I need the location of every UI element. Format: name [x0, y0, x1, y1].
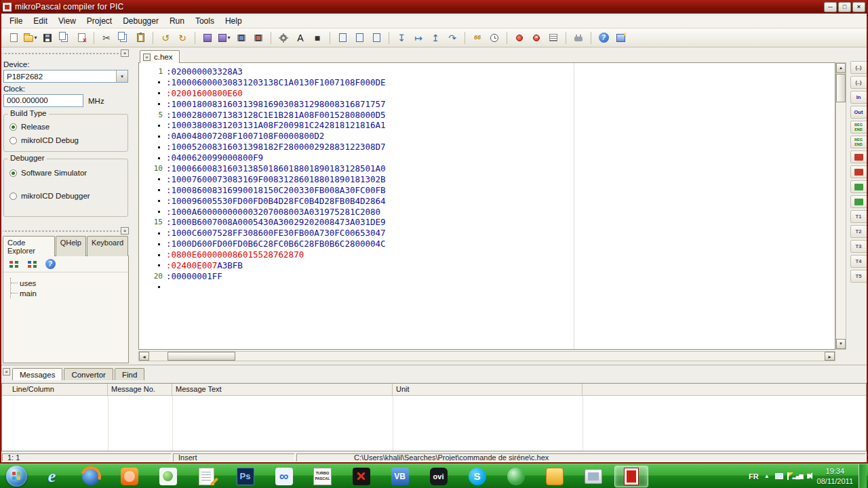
snippet-t5[interactable]: T5: [850, 270, 867, 283]
scroll-up-icon[interactable]: ▲: [836, 63, 846, 73]
panel-close-icon[interactable]: ×: [121, 227, 129, 235]
clear-breakpoints-button[interactable]: [528, 30, 545, 45]
explorer-collapse-button[interactable]: [26, 258, 38, 270]
taskbar-ovi-suite[interactable]: ovi: [419, 464, 458, 488]
tray-expand-icon[interactable]: ▲: [764, 473, 770, 479]
menu-run[interactable]: Run: [164, 14, 190, 28]
clock-input[interactable]: 000.000000: [3, 94, 83, 107]
snippet-t3[interactable]: T3: [850, 240, 867, 253]
tray-display-icon[interactable]: [775, 473, 783, 479]
open-file-button[interactable]: ▾: [22, 30, 39, 45]
tree-item-uses[interactable]: uses: [11, 278, 128, 288]
taskbar-mikropascal[interactable]: [614, 466, 648, 487]
clock[interactable]: 19:34 08/11/2011: [817, 466, 853, 487]
export-button[interactable]: [368, 30, 384, 45]
tab-code-explorer[interactable]: Code Explorer: [3, 236, 55, 256]
radio-option-mikroicd-debugger[interactable]: mikroICD Debugger: [9, 192, 122, 200]
tab-keyboard[interactable]: Keyboard: [87, 236, 128, 256]
menu-edit[interactable]: Edit: [28, 14, 53, 28]
snippet-comment-1[interactable]: (..): [850, 61, 867, 74]
taskbar-blue-swirl-app[interactable]: ∞: [264, 464, 303, 488]
snippet-red-1[interactable]: [850, 150, 867, 163]
close-button[interactable]: ×: [852, 2, 865, 12]
close-file-button[interactable]: [73, 30, 90, 45]
usart-terminal-button[interactable]: [570, 30, 587, 45]
taskbar-turbo-pascal[interactable]: TURBO PASCAL: [303, 464, 342, 488]
watch-values-button[interactable]: 66: [469, 30, 486, 45]
taskbar-visual-basic[interactable]: VB: [380, 464, 419, 488]
editor-tab-chex[interactable]: × c.hex: [140, 50, 180, 63]
window-layout-button[interactable]: ■: [309, 30, 326, 45]
code-editor[interactable]: 1:020000003328A3:100006000030831203138C1…: [138, 62, 835, 350]
undo-button[interactable]: ↺: [157, 30, 174, 45]
menu-view[interactable]: View: [53, 14, 81, 28]
snippet-t4[interactable]: T4: [850, 255, 867, 268]
tab-close-icon[interactable]: ×: [143, 54, 151, 61]
radio-option-software-simulator[interactable]: Software Simulator: [9, 169, 122, 177]
vertical-scrollbar[interactable]: ▲ ▼: [835, 62, 846, 350]
tray-network-icon[interactable]: ▂▄▆: [793, 473, 803, 479]
sidebar-splitter[interactable]: [130, 47, 137, 365]
taskbar-firefox[interactable]: [71, 464, 110, 488]
taskbar-media-player[interactable]: [110, 464, 149, 488]
tab-convertor[interactable]: Convertor: [64, 368, 113, 380]
font-button[interactable]: A: [292, 30, 309, 45]
combo-dropdown-icon[interactable]: ▾: [116, 70, 127, 82]
program-button[interactable]: [250, 30, 267, 45]
start-button[interactable]: [0, 464, 33, 488]
taskbar-gold-app[interactable]: [535, 464, 574, 488]
taskbar-internet-explorer[interactable]: e: [33, 464, 71, 488]
snippet-t2[interactable]: T2: [850, 225, 867, 238]
column-header-message-text[interactable]: Message Text: [172, 384, 393, 395]
breakpoints-list-button[interactable]: [545, 30, 561, 45]
taskbar-green-player[interactable]: [149, 464, 187, 488]
step-out-button[interactable]: ↥: [427, 30, 443, 45]
column-header-line-column[interactable]: Line/Column: [2, 384, 108, 395]
maximize-button[interactable]: □: [838, 2, 851, 12]
tree-item-main[interactable]: main: [11, 288, 128, 298]
build-button[interactable]: [199, 30, 216, 45]
horizontal-scrollbar[interactable]: ◂ ▸: [138, 351, 835, 361]
cut-button[interactable]: ✂: [98, 30, 115, 45]
snippet-begin-end-1[interactable]: BEG END: [850, 121, 867, 134]
snippet-green-1[interactable]: [850, 180, 867, 193]
toggle-breakpoint-button[interactable]: [511, 30, 528, 45]
device-combobox[interactable]: P18F2682 ▾: [3, 70, 128, 83]
radio-option-mikroicd-debug[interactable]: mikroICD Debug: [9, 136, 122, 144]
scroll-left-icon[interactable]: ◂: [139, 352, 149, 361]
tab-qhelp[interactable]: QHelp: [56, 236, 86, 256]
step-over-button[interactable]: ↦: [410, 30, 427, 45]
explorer-help-button[interactable]: [44, 258, 56, 270]
panel-drag-grip[interactable]: ×: [3, 50, 129, 56]
messages-close-icon[interactable]: ×: [3, 368, 10, 375]
tray-flag-icon[interactable]: [787, 472, 789, 480]
stopwatch-button[interactable]: [486, 30, 502, 45]
vertical-scroll-thumb[interactable]: [836, 74, 846, 102]
save-file-button[interactable]: [39, 30, 56, 45]
snippet-t1[interactable]: T1: [850, 210, 867, 223]
help-button[interactable]: [595, 30, 612, 45]
step-into-button[interactable]: ↧: [393, 30, 410, 45]
show-desktop-button[interactable]: [859, 464, 867, 488]
snippet-green-2[interactable]: [850, 195, 867, 208]
taskbar-green-globe-app[interactable]: [496, 464, 535, 488]
panel-close-icon[interactable]: ×: [121, 49, 129, 57]
options-button[interactable]: [275, 30, 292, 45]
menu-help[interactable]: Help: [220, 14, 248, 28]
copy-button[interactable]: [115, 30, 132, 45]
snippet-in[interactable]: In: [850, 91, 867, 104]
taskbar-text-editor[interactable]: [187, 464, 226, 488]
snippet-out[interactable]: Out: [850, 106, 867, 119]
run-to-cursor-button[interactable]: ↷: [444, 30, 460, 45]
language-indicator[interactable]: FR: [749, 472, 759, 481]
tab-find[interactable]: Find: [115, 368, 144, 380]
redo-button[interactable]: ↻: [174, 30, 191, 45]
menu-debugger[interactable]: Debugger: [117, 14, 164, 28]
explorer-expand-button[interactable]: [7, 258, 20, 270]
column-header-message-no-[interactable]: Message No.: [108, 384, 172, 395]
snippet-red-2[interactable]: [850, 165, 867, 178]
tray-volume-icon[interactable]: [807, 474, 810, 479]
tab-messages[interactable]: Messages: [12, 368, 62, 380]
build-all-button[interactable]: ▾: [216, 30, 233, 45]
column-header-unit[interactable]: Unit: [393, 384, 583, 395]
